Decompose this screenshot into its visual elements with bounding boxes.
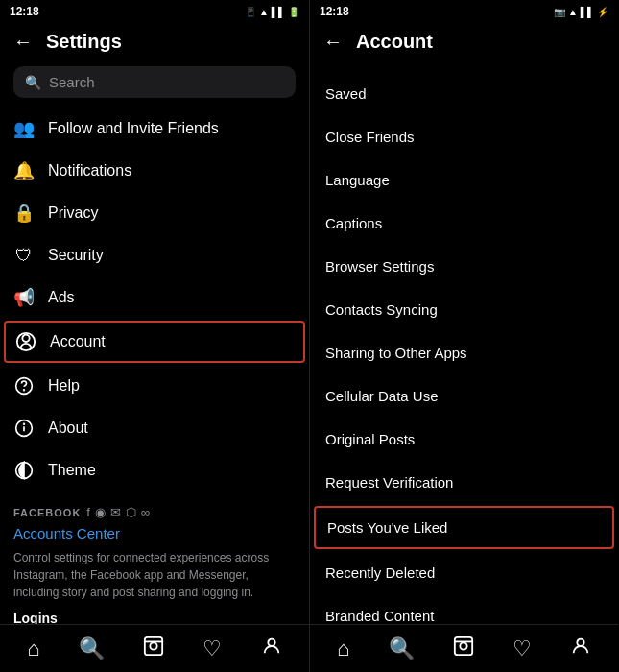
menu-item-help[interactable]: Help (0, 365, 309, 407)
account-item-sharing[interactable]: Sharing to Other Apps (310, 331, 618, 374)
posts-liked-label: Posts You've Liked (327, 519, 447, 536)
captions-label: Captions (325, 215, 382, 231)
fb-f-icon: f (86, 505, 90, 519)
about-icon (13, 418, 35, 439)
svg-point-15 (577, 638, 583, 645)
camera-status-icon: 📷 (554, 7, 565, 17)
nav-home-icon[interactable]: ⌂ (19, 633, 47, 665)
account-item-recently-deleted[interactable]: Recently Deleted (310, 551, 618, 594)
wifi-icon: ▲ (259, 7, 269, 17)
settings-menu-list: 👥 Follow and Invite Friends 🔔 Notificati… (0, 108, 309, 624)
bottom-nav-right: ⌂ 🔍 ♡ (310, 624, 618, 672)
back-button-left[interactable]: ← (13, 31, 33, 53)
saved-label: Saved (325, 85, 367, 102)
menu-label-about: About (48, 420, 88, 437)
menu-item-theme[interactable]: Theme (0, 449, 309, 492)
search-container: 🔍 Search (0, 60, 309, 108)
svg-point-6 (24, 423, 25, 424)
nav-heart-icon[interactable]: ♡ (195, 633, 229, 665)
status-time-left: 12:18 (10, 5, 39, 18)
security-icon: 🛡 (13, 245, 35, 266)
left-panel: 12:18 📱 ▲ ▌▌ 🔋 ← Settings 🔍 Search 👥 Fol… (0, 0, 309, 672)
facebook-label: FACEBOOK (13, 507, 81, 518)
battery-icon: 🔋 (288, 7, 299, 17)
svg-point-13 (460, 642, 466, 649)
facebook-icons: f ◉ ✉ ⬡ ∞ (86, 505, 150, 519)
top-spacer (310, 60, 618, 68)
account-item-language[interactable]: Language (310, 158, 618, 202)
contacts-syncing-label: Contacts Syncing (325, 301, 438, 318)
recently-deleted-label: Recently Deleted (325, 564, 435, 581)
search-placeholder: Search (49, 74, 95, 90)
svg-rect-8 (145, 636, 162, 654)
nav-profile-icon[interactable] (253, 632, 290, 666)
back-button-right[interactable]: ← (323, 31, 343, 53)
search-icon: 🔍 (25, 75, 41, 90)
status-icons-right: 📷 ▲ ▌▌ ⚡ (554, 7, 608, 17)
notifications-icon: 🔔 (13, 160, 35, 181)
close-friends-label: Close Friends (325, 129, 415, 145)
menu-label-security: Security (48, 247, 104, 264)
ads-icon: 📢 (13, 287, 35, 308)
menu-item-ads[interactable]: 📢 Ads (0, 276, 309, 319)
battery-status-icon: ⚡ (597, 7, 608, 17)
follow-icon: 👥 (13, 118, 35, 139)
account-item-close-friends[interactable]: Close Friends (310, 115, 618, 158)
svg-point-0 (22, 335, 29, 342)
status-bar-left: 12:18 📱 ▲ ▌▌ 🔋 (0, 0, 309, 23)
menu-label-follow: Follow and Invite Friends (48, 120, 219, 137)
menu-item-about[interactable]: About (0, 407, 309, 449)
status-icons-left: 📱 ▲ ▌▌ 🔋 (245, 7, 299, 17)
wifi-status-icon: ▲ (568, 7, 578, 17)
fb-circle-icon: ◉ (95, 505, 106, 519)
fb-messenger-icon: ✉ (110, 505, 121, 519)
privacy-icon: 🔒 (13, 203, 35, 224)
svg-rect-12 (454, 636, 471, 654)
help-icon (13, 375, 35, 396)
menu-item-follow[interactable]: 👥 Follow and Invite Friends (0, 108, 309, 150)
facebook-header: FACEBOOK f ◉ ✉ ⬡ ∞ (13, 505, 296, 519)
browser-settings-label: Browser Settings (325, 258, 434, 275)
status-bar-right: 12:18 📷 ▲ ▌▌ ⚡ (310, 0, 618, 23)
nav-home-icon-right[interactable]: ⌂ (329, 633, 357, 665)
account-item-request-verification[interactable]: Request Verification (310, 461, 618, 504)
account-item-branded-content[interactable]: Branded Content (310, 594, 618, 624)
menu-item-notifications[interactable]: 🔔 Notifications (0, 150, 309, 192)
facebook-description: Control settings for connected experienc… (13, 549, 296, 601)
account-icon (15, 331, 36, 352)
facebook-section: FACEBOOK f ◉ ✉ ⬡ ∞ Accounts Center Contr… (0, 492, 309, 624)
right-header: ← Account (310, 23, 618, 60)
account-item-original-posts[interactable]: Original Posts (310, 418, 618, 461)
accounts-center-link[interactable]: Accounts Center (13, 525, 296, 541)
account-item-captions[interactable]: Captions (310, 202, 618, 245)
menu-label-help: Help (48, 377, 80, 395)
account-item-contacts-syncing[interactable]: Contacts Syncing (310, 288, 618, 331)
page-title-right: Account (356, 31, 433, 53)
page-title-left: Settings (46, 31, 122, 53)
menu-label-ads: Ads (48, 289, 75, 306)
nav-profile-icon-right[interactable] (562, 632, 599, 666)
menu-item-privacy[interactable]: 🔒 Privacy (0, 192, 309, 234)
sharing-label: Sharing to Other Apps (325, 345, 467, 361)
account-item-posts-liked[interactable]: Posts You've Liked (314, 506, 614, 549)
nav-heart-icon-right[interactable]: ♡ (505, 633, 539, 665)
right-panel: 12:18 📷 ▲ ▌▌ ⚡ ← Account Saved Close Fri… (309, 0, 618, 672)
svg-point-9 (150, 642, 156, 649)
branded-content-label: Branded Content (325, 608, 434, 624)
menu-label-account: Account (50, 333, 106, 350)
status-time-right: 12:18 (320, 5, 349, 18)
fb-portal-icon: ⬡ (126, 505, 136, 519)
nav-reels-icon[interactable] (135, 632, 172, 666)
nav-search-icon[interactable]: 🔍 (71, 633, 112, 665)
language-label: Language (325, 172, 390, 188)
menu-item-security[interactable]: 🛡 Security (0, 234, 309, 276)
nav-reels-icon-right[interactable] (445, 632, 482, 666)
menu-label-notifications: Notifications (48, 162, 131, 180)
account-item-browser-settings[interactable]: Browser Settings (310, 245, 618, 288)
account-item-cellular[interactable]: Cellular Data Use (310, 374, 618, 418)
logins-label: Logins (13, 611, 296, 624)
search-box[interactable]: 🔍 Search (13, 66, 296, 98)
account-item-saved[interactable]: Saved (310, 72, 618, 115)
nav-search-icon-right[interactable]: 🔍 (381, 633, 422, 665)
menu-item-account[interactable]: Account (4, 321, 305, 363)
